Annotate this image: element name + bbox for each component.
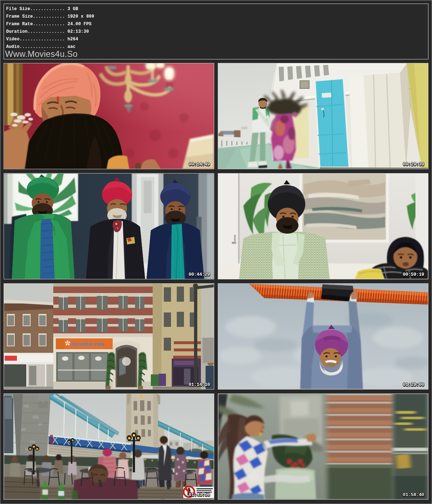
svg-text:Incredible India: Incredible India xyxy=(71,342,104,347)
